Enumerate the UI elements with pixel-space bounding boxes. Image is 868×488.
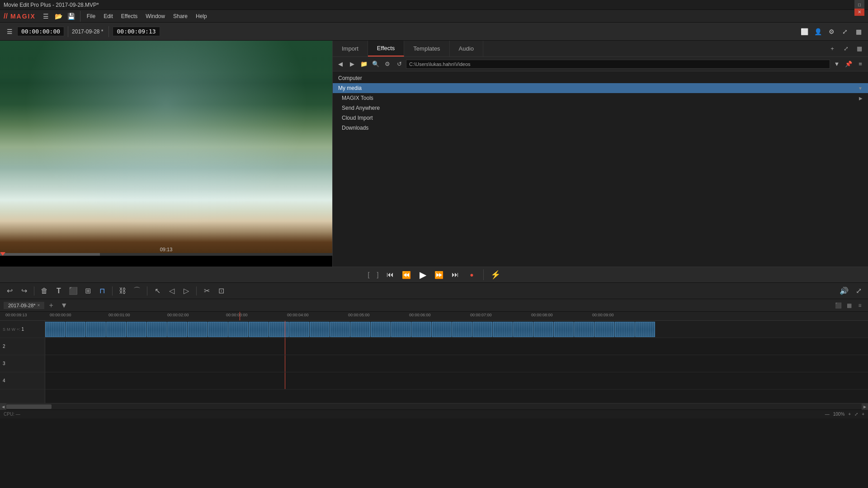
timeline-view-2-icon[interactable]: ▦: [844, 301, 854, 310]
path-input[interactable]: [406, 60, 830, 69]
record-button[interactable]: ●: [465, 268, 478, 281]
panel-path-dropdown[interactable]: ▼: [832, 59, 842, 69]
stop-motion-button[interactable]: ⬛: [67, 285, 79, 297]
bracket-open[interactable]: [: [366, 271, 372, 278]
panel-expand-icon[interactable]: ⤢: [841, 44, 851, 54]
clip-18[interactable]: [391, 322, 411, 337]
h-scrollbar[interactable]: ◀ ▶: [0, 403, 868, 409]
clip-24[interactable]: [513, 322, 533, 337]
clip-6[interactable]: [147, 322, 167, 337]
timeline-dropdown[interactable]: ▼: [58, 301, 71, 310]
timeline-view-1-icon[interactable]: ⬛: [834, 301, 843, 310]
grid-view-icon[interactable]: ▦: [854, 27, 863, 37]
next-frame-button[interactable]: ⏩: [433, 268, 445, 281]
clip-23[interactable]: [493, 322, 513, 337]
tree-item-computer[interactable]: Computer: [333, 73, 868, 83]
skip-to-end-button[interactable]: ⏭: [449, 268, 462, 281]
timeline-tab-main[interactable]: 2017-09-28* ×: [4, 302, 44, 309]
bracket-close[interactable]: ]: [375, 271, 381, 278]
clip-17[interactable]: [371, 322, 391, 337]
clip-7[interactable]: [167, 322, 187, 337]
clip-22[interactable]: [472, 322, 492, 337]
external-monitor-icon[interactable]: ⬜: [799, 27, 809, 37]
tree-item-magix-tools[interactable]: MAGIX Tools ▶: [333, 93, 868, 103]
clip-30[interactable]: [635, 322, 655, 337]
clip-13[interactable]: [289, 322, 309, 337]
right-panel-expand-icon[interactable]: ⤢: [853, 285, 864, 297]
boost-icon[interactable]: ⚡: [489, 268, 502, 281]
curve-button[interactable]: ⌒: [131, 285, 143, 297]
menu-share[interactable]: Share: [170, 12, 191, 21]
maximize-button[interactable]: □: [854, 1, 864, 9]
clip-29[interactable]: [615, 322, 635, 337]
zoom-fit-button[interactable]: ⤢: [854, 412, 858, 417]
volume-icon[interactable]: 🔊: [838, 285, 850, 297]
scroll-right-button[interactable]: ▶: [862, 404, 868, 410]
timeline-view-3-icon[interactable]: ≡: [855, 301, 864, 310]
hamburger-icon[interactable]: ☰: [41, 11, 51, 21]
panel-add-icon[interactable]: +: [827, 44, 837, 54]
scroll-left-button[interactable]: ◀: [0, 404, 6, 410]
pointer-tool[interactable]: ↖: [151, 285, 163, 297]
clip-4[interactable]: [106, 322, 126, 337]
preview-progress-bar[interactable]: 09:13: [0, 253, 332, 256]
skip-to-start-button[interactable]: ⏮: [384, 268, 396, 281]
video-clip-strip[interactable]: [45, 322, 868, 337]
panel-settings-icon[interactable]: ⚙: [382, 59, 392, 69]
track-split-icon[interactable]: ÷:: [17, 327, 20, 332]
track-wave-icon[interactable]: W: [12, 327, 16, 332]
trim-button[interactable]: ⊡: [215, 285, 227, 297]
tab-templates[interactable]: Templates: [404, 41, 449, 56]
clip-14[interactable]: [310, 322, 330, 337]
clip-27[interactable]: [574, 322, 594, 337]
clip-9[interactable]: [208, 322, 228, 337]
zoom-minus-button[interactable]: —: [825, 412, 830, 417]
undo-button[interactable]: ↩: [4, 285, 15, 297]
panel-grid-icon[interactable]: ▦: [854, 44, 864, 54]
tree-item-downloads[interactable]: Downloads: [333, 123, 868, 133]
clip-12[interactable]: [269, 322, 289, 337]
scrollbar-thumb[interactable]: [6, 404, 52, 409]
settings-icon[interactable]: ⚙: [826, 27, 836, 37]
tab-import[interactable]: Import: [333, 41, 368, 56]
clip-3[interactable]: [86, 322, 106, 337]
clip-5[interactable]: [127, 322, 146, 337]
clip-16[interactable]: [350, 322, 370, 337]
tab-audio[interactable]: Audio: [450, 41, 483, 56]
panel-refresh-icon[interactable]: ↺: [394, 59, 404, 69]
tree-item-send-anywhere[interactable]: Send Anywhere: [333, 103, 868, 113]
prev-frame-button[interactable]: ⏪: [400, 268, 413, 281]
track-solo-icon[interactable]: S: [3, 327, 5, 332]
clip-11[interactable]: [249, 322, 269, 337]
text-button[interactable]: T: [53, 285, 65, 297]
delete-button[interactable]: 🗑: [38, 285, 50, 297]
open-project-icon[interactable]: 📂: [54, 11, 64, 21]
timeline-add-button[interactable]: +: [46, 301, 56, 310]
panel-forward-button[interactable]: ▶: [347, 59, 357, 69]
clip-19[interactable]: [411, 322, 431, 337]
clip-20[interactable]: [432, 322, 452, 337]
timeline-tab-close[interactable]: ×: [38, 303, 40, 308]
multicam-button[interactable]: ⊞: [82, 285, 94, 297]
menu-edit[interactable]: Edit: [100, 12, 117, 21]
clip-28[interactable]: [594, 322, 614, 337]
scissors-button[interactable]: ✂: [201, 285, 212, 297]
clip-10[interactable]: [228, 322, 248, 337]
sidebar-toggle-icon[interactable]: ☰: [5, 27, 14, 37]
magnet-button[interactable]: ⊓: [96, 285, 108, 297]
menu-help[interactable]: Help: [192, 12, 211, 21]
track-mute-icon[interactable]: M: [7, 327, 10, 332]
tree-item-cloud-import[interactable]: Cloud Import: [333, 113, 868, 123]
panel-search-icon[interactable]: 🔍: [371, 59, 381, 69]
clip-15[interactable]: [330, 322, 350, 337]
clip-8[interactable]: [188, 322, 208, 337]
timeline-ruler[interactable]: 00:00:09:13 00:00:00:00 00:00:01:00 00:0…: [0, 312, 868, 321]
save-icon[interactable]: 💾: [66, 11, 76, 21]
cut-left-button[interactable]: ◁: [166, 285, 178, 297]
close-button[interactable]: ✕: [854, 9, 864, 16]
play-button[interactable]: ▶: [416, 268, 429, 281]
account-icon[interactable]: 👤: [813, 27, 823, 37]
link-button[interactable]: ⛓: [117, 285, 128, 297]
clip-21[interactable]: [452, 322, 472, 337]
redo-button[interactable]: ↪: [18, 285, 30, 297]
